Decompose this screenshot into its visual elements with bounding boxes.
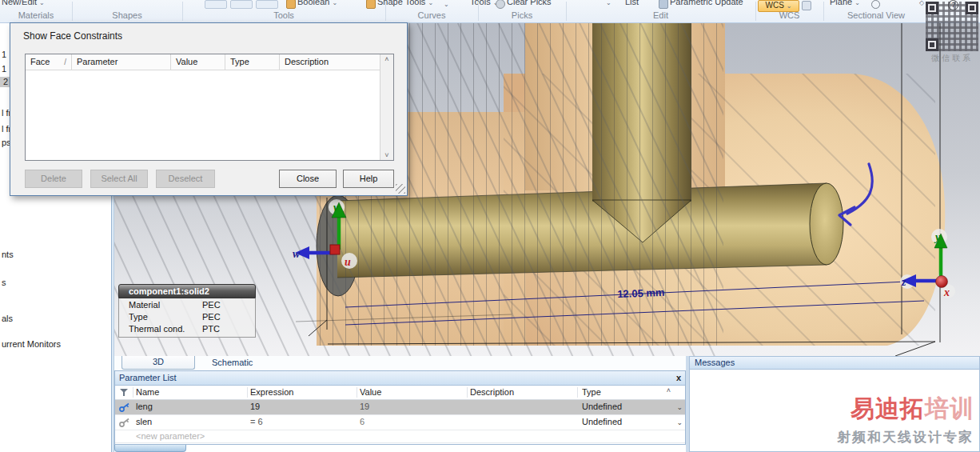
type-dropdown-icon[interactable]: ⌄ (676, 416, 683, 430)
scroll-up-icon[interactable]: ˄ (380, 55, 393, 63)
deselect-button[interactable]: Deselect (156, 170, 215, 188)
parameter-row-leng[interactable]: leng 19 19 Undefined ⌄ (115, 400, 685, 415)
ribbon-group-sectional-view: Sectional View (823, 10, 929, 20)
wcs-v-label: v (333, 202, 339, 214)
dialog-title: Show Face Constraints (23, 30, 122, 42)
close-icon[interactable]: x (676, 371, 681, 384)
plane-button[interactable]: Plane ⌄ (830, 0, 860, 6)
boolean-button[interactable]: Boolean ⌄ (297, 0, 337, 6)
global-y-label: y (934, 231, 941, 243)
ribbon-group-edit: Edit (566, 10, 755, 20)
shapes-mini-button-3[interactable] (256, 0, 278, 9)
inner-conductor-end-face[interactable] (810, 183, 843, 265)
parameter-row-slen[interactable]: slen = 6 6 Undefined ⌄ (115, 415, 685, 430)
qr-eye (966, 2, 978, 14)
dropdown-caret-icon: ⌄ (787, 2, 792, 10)
sort-indicator-icon: / (64, 54, 66, 70)
show-face-constraints-dialog: Show Face Constraints Face / Parameter V… (10, 22, 408, 196)
col-description[interactable]: Description (470, 386, 574, 398)
clear-picks-button[interactable]: Clear Picks (507, 0, 552, 6)
dlg-col-parameter[interactable]: Parameter (72, 54, 171, 70)
dlg-col-face[interactable]: Face / (26, 54, 72, 70)
messages-header: Messages (689, 356, 980, 370)
sectional-plane-icon[interactable] (871, 0, 880, 9)
ribbon-group-wcs: WCS (755, 10, 823, 20)
dlg-col-type[interactable]: Type (225, 54, 280, 70)
parameter-header-row: Name Expression Value Description Type ˄ (115, 386, 685, 400)
curves-tools-button[interactable]: Tools ⌄ (470, 0, 498, 6)
info-row-material: Material PEC (119, 299, 255, 311)
scrollbar[interactable]: ˄ ˅ (380, 54, 393, 160)
parameter-list-panel: Parameter List x Name Expression Value D… (114, 370, 686, 445)
select-all-button[interactable]: Select All (90, 170, 148, 188)
shapes-mini-button-1[interactable] (205, 0, 227, 9)
docked-panel-tab[interactable] (114, 445, 186, 452)
tab-3d[interactable]: 3D (122, 356, 195, 370)
view-tab-strip: 3D Schematic (114, 356, 686, 371)
ribbon-group-curves: Curves (385, 10, 478, 20)
watermark-brand: 易迪拓培训 (851, 393, 974, 426)
close-button[interactable]: Close (279, 170, 337, 188)
dimension-text: 12.05 mm (617, 286, 665, 300)
parametric-update-icon (659, 0, 668, 9)
watermark-tagline: 射频和天线设计专家 (837, 428, 974, 446)
info-row-thermal: Thermal cond. PTC (119, 323, 255, 335)
constraints-table[interactable]: Face / Parameter Value Type Description … (25, 54, 394, 161)
delete-button[interactable]: Delete (25, 170, 82, 188)
picks-caret[interactable]: ⌄ (606, 0, 612, 6)
ribbon-group-materials: Materials (0, 10, 72, 20)
wcs-w-label: w (293, 248, 301, 260)
dropdown-caret-icon: ⌄ (332, 0, 337, 6)
sort-ascending-icon[interactable]: ˄ (667, 384, 671, 397)
tab-schematic[interactable]: Schematic (204, 357, 261, 368)
component-info-box: component1:solid2 Material PEC Type PEC … (118, 284, 256, 338)
col-value[interactable]: Value (360, 386, 464, 398)
tools-gallery-caret[interactable]: ⌄ (444, 0, 449, 8)
tree-item[interactable]: nts (2, 250, 14, 259)
wcs-u-label: u (345, 256, 351, 268)
shapes-mini-button-2[interactable] (230, 0, 253, 9)
global-x-label: x (943, 286, 950, 298)
global-z-label: z (901, 276, 906, 288)
qr-eye (926, 38, 938, 51)
parameter-key-icon (119, 402, 130, 412)
dropdown-caret-icon: ⌄ (39, 0, 45, 6)
new-parameter-row[interactable]: <new parameter> (115, 430, 685, 443)
tree-item[interactable]: 1 (2, 50, 6, 59)
clear-picks-icon (496, 0, 505, 9)
dlg-col-description[interactable]: Description (280, 54, 381, 70)
ribbon-group-shapes: Shapes (72, 10, 182, 20)
cst-application-window: 12.05 mm v w u (0, 0, 980, 452)
wcs-edit-icon[interactable] (802, 1, 811, 10)
component-info-title: component1:solid2 (118, 284, 256, 298)
messages-body: 易迪拓培训 射频和天线设计专家 (689, 370, 980, 452)
col-type[interactable]: Type (582, 386, 670, 398)
boolean-icon (286, 0, 296, 9)
dlg-col-value[interactable]: Value (171, 54, 225, 70)
dropdown-caret-icon: ⌄ (855, 0, 860, 6)
parameter-key-icon (119, 418, 130, 427)
parameter-list-header: Parameter List x (115, 371, 685, 386)
parametric-update-button[interactable]: Parametric Update (670, 0, 743, 6)
scroll-down-icon[interactable]: ˅ (380, 151, 393, 159)
type-dropdown-icon[interactable]: ⌄ (676, 401, 683, 414)
ribbon-group-picks: Picks (478, 10, 566, 20)
list-button[interactable]: List (625, 0, 639, 6)
ribbon: New/Edit ⌄ Boolean ⌄ Shape Tools ⌄ ⌄ Too… (0, 0, 980, 23)
new-edit-button[interactable]: New/Edit ⌄ (2, 0, 45, 6)
qr-eye (926, 2, 938, 14)
col-expression[interactable]: Expression (250, 386, 354, 398)
filter-icon-stem (123, 392, 125, 396)
view-option-icon[interactable]: ◇ (919, 0, 924, 6)
tree-item[interactable]: urrent Monitors (2, 339, 61, 349)
tree-item[interactable]: als (2, 314, 13, 323)
dropdown-caret-icon: ⌄ (428, 0, 433, 6)
qr-caption: 微信联系 (926, 53, 978, 64)
qr-code-watermark: 微信联系 (926, 2, 978, 64)
tree-item[interactable]: s (2, 278, 6, 287)
shape-tools-icon (366, 0, 376, 9)
help-button[interactable]: Help (343, 170, 394, 188)
col-name[interactable]: Name (136, 386, 244, 398)
resize-grip[interactable] (396, 184, 405, 194)
tree-item[interactable]: 1 (2, 64, 6, 74)
